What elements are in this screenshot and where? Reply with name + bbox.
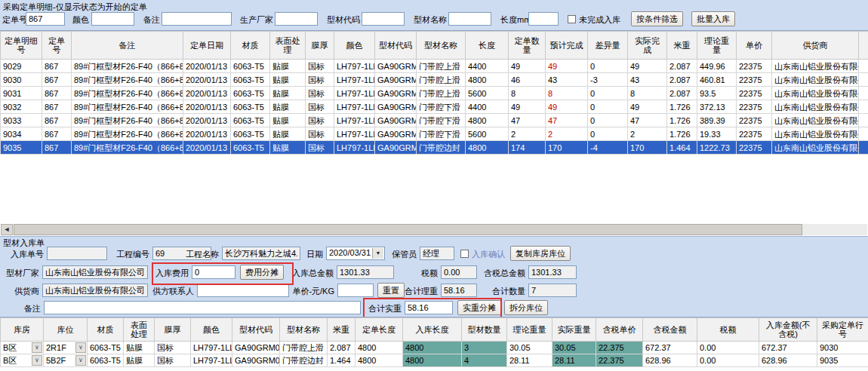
- reset-button[interactable]: 重置: [377, 283, 405, 298]
- column-header[interactable]: 型材名称: [417, 32, 466, 60]
- table-row[interactable]: 903586789#门框型材F26-F40（866+867）2020/01/13…: [1, 141, 868, 155]
- remark-field[interactable]: [44, 301, 361, 314]
- supplier-contact-field[interactable]: [197, 284, 289, 297]
- column-header[interactable]: 型材代码: [375, 32, 417, 60]
- factory-field[interactable]: [42, 265, 148, 279]
- column-header[interactable]: 差异量: [588, 32, 628, 60]
- split-location-button[interactable]: 拆分库位: [504, 300, 548, 315]
- column-header[interactable]: 实际完成: [628, 32, 667, 60]
- column-header[interactable]: 材质: [88, 318, 124, 342]
- profile-name-filter-input[interactable]: [448, 12, 491, 26]
- date-label: 日期: [303, 249, 323, 260]
- column-header[interactable]: 长度: [466, 32, 509, 60]
- column-header[interactable]: 颜色: [191, 318, 232, 342]
- total-actual-weight-field[interactable]: [405, 301, 453, 314]
- column-header[interactable]: 备注: [72, 32, 183, 60]
- column-header[interactable]: 定单长度: [356, 318, 403, 342]
- column-header[interactable]: 定单日期: [183, 32, 231, 60]
- length-filter-input[interactable]: [528, 12, 559, 26]
- column-header[interactable]: 税额: [697, 318, 759, 342]
- column-header[interactable]: 米重: [328, 318, 356, 342]
- table-row[interactable]: 903486789#门框型材F26-F40（866+867）2020/01/13…: [1, 127, 868, 141]
- column-header[interactable]: 实际重量: [553, 318, 596, 342]
- column-header[interactable]: 定单数量: [509, 32, 546, 60]
- cell: [859, 100, 868, 114]
- column-header[interactable]: 采购定单行号: [817, 318, 868, 342]
- column-header[interactable]: 预计完成: [546, 32, 588, 60]
- total-qty-field[interactable]: [528, 284, 577, 297]
- cell: 门带腔下滑: [417, 100, 466, 114]
- table-row[interactable]: 903386789#门框型材F26-F40（866+867）2020/01/13…: [1, 114, 868, 127]
- cell: B区∨: [1, 342, 44, 354]
- column-header[interactable]: 膜厚: [306, 32, 334, 60]
- table-row[interactable]: 902986789#门框型材F26-F40（866+867）2020/01/13…: [1, 60, 868, 73]
- date-picker[interactable]: 2020/03/31▼: [326, 247, 385, 260]
- inbound-total-field[interactable]: [337, 265, 394, 279]
- fee-split-button[interactable]: 费用分摊: [240, 265, 284, 280]
- column-header[interactable]: 供货商: [772, 32, 859, 60]
- tax-field[interactable]: [441, 265, 477, 279]
- column-header[interactable]: 库房: [1, 318, 44, 342]
- total-theory-weight-field[interactable]: [441, 284, 477, 297]
- scrollbar-thumb[interactable]: [14, 224, 802, 235]
- profile-code-filter-input[interactable]: [362, 12, 405, 26]
- column-header[interactable]: 膜厚: [155, 318, 191, 342]
- unfinished-checkbox[interactable]: [568, 15, 576, 23]
- dropdown-arrow-icon[interactable]: ∨: [32, 342, 42, 353]
- column-header[interactable]: 米重: [667, 32, 697, 60]
- column-header[interactable]: 颜色: [334, 32, 375, 60]
- unit-price-field[interactable]: [337, 284, 374, 297]
- column-header[interactable]: 定单号: [42, 32, 72, 60]
- cell: 46: [509, 73, 546, 87]
- note-filter-input[interactable]: [162, 12, 232, 26]
- scroll-left-icon[interactable]: ◄: [1, 224, 13, 235]
- color-filter-input[interactable]: [91, 12, 134, 26]
- order-no-filter-input[interactable]: [26, 12, 65, 26]
- calendar-dropdown-icon[interactable]: ▼: [372, 248, 383, 259]
- column-header[interactable]: 入库金额(不含税): [759, 318, 817, 342]
- cell: 170: [628, 141, 667, 155]
- column-header[interactable]: 表面处理: [124, 318, 155, 342]
- manufacturer-filter-input[interactable]: [275, 12, 318, 26]
- dropdown-arrow-icon[interactable]: ∨: [32, 355, 42, 366]
- column-header[interactable]: 含税单价: [596, 318, 643, 342]
- column-header[interactable]: 型材名称: [280, 318, 328, 342]
- column-header[interactable]: 表面处理: [270, 32, 306, 60]
- table-row[interactable]: B区∨5B2F∨6063-T5贴膜国标LH797-1LL0GA90GRM05门带…: [1, 354, 868, 367]
- project-name-field[interactable]: [222, 247, 300, 260]
- filter-button[interactable]: 按条件筛选: [631, 11, 683, 26]
- tax-incl-total-field[interactable]: [528, 265, 577, 279]
- keeper-field[interactable]: [420, 247, 454, 260]
- cell: 47: [546, 114, 588, 127]
- copy-location-button[interactable]: 复制库房库位: [510, 246, 571, 261]
- column-header[interactable]: 含税金额: [643, 318, 697, 342]
- supplier-field[interactable]: [42, 284, 148, 297]
- inbound-confirm-checkbox[interactable]: [460, 250, 469, 258]
- dropdown-arrow-icon[interactable]: ∨: [75, 342, 86, 353]
- column-header[interactable]: 型材数量: [462, 318, 507, 342]
- column-header[interactable]: 理论重量: [507, 318, 553, 342]
- column-header[interactable]: 材质: [231, 32, 270, 60]
- inbound-no-field[interactable]: [47, 247, 107, 260]
- cell: 867: [42, 127, 72, 141]
- table-row[interactable]: B区∨2R1F∨6063-T5贴膜国标LH797-1LL0GA90GRM03门带…: [1, 342, 868, 354]
- horizontal-scrollbar[interactable]: ◄: [1, 224, 867, 235]
- inbound-fee-field[interactable]: [192, 265, 235, 279]
- cell: 山东南山铝业股份有限公司: [772, 60, 859, 73]
- table-row[interactable]: 903186789#门框型材F26-F40（866+867）2020/01/13…: [1, 87, 868, 100]
- column-header[interactable]: 单价: [737, 32, 772, 60]
- cell: -4: [588, 141, 628, 155]
- cell: 4400: [466, 100, 509, 114]
- column-header[interactable]: 库位: [44, 318, 88, 342]
- dropdown-arrow-icon[interactable]: ∨: [75, 355, 86, 366]
- table-row[interactable]: 903086789#门框型材F26-F40（866+867）2020/01/13…: [1, 73, 868, 87]
- actual-split-button[interactable]: 实重分摊: [457, 300, 501, 315]
- column-header[interactable]: 入库长度: [403, 318, 462, 342]
- table-row[interactable]: 903286789#门框型材F26-F40（866+867）2020/01/13…: [1, 100, 868, 114]
- total-qty-label: 合计数量: [483, 286, 525, 297]
- column-header[interactable]: 理论重量: [697, 32, 737, 60]
- column-header[interactable]: 定单明细号: [1, 32, 42, 60]
- column-header[interactable]: 型材代码: [232, 318, 280, 342]
- batch-inbound-button[interactable]: 批量入库: [691, 11, 735, 26]
- cell: GA90GRM05: [375, 141, 417, 155]
